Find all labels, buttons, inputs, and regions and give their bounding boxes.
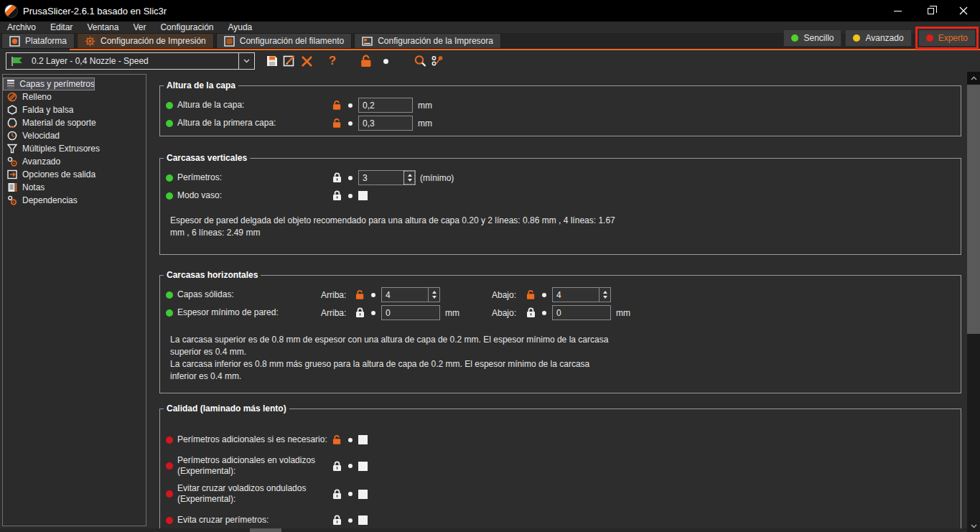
capas-solidas-arriba-input[interactable] [382, 288, 428, 302]
lock-button[interactable] [332, 434, 348, 445]
value-dot-icon [542, 311, 546, 315]
support-icon [7, 118, 17, 128]
spin-up-icon[interactable] [603, 291, 607, 294]
sidebar-item-multiples-extrusores[interactable]: Múltiples Extrusores [3, 142, 146, 155]
value-dot-icon [348, 176, 353, 180]
modo-vaso-checkbox[interactable] [358, 191, 368, 200]
sidebar-item-label: Múltiples Extrusores [22, 144, 100, 154]
spinner-arrows[interactable] [403, 171, 415, 185]
menu-archivo[interactable]: Archivo [0, 22, 43, 33]
capas-solidas-abajo-input[interactable] [553, 288, 599, 302]
espesor-pared-abajo-input[interactable] [552, 305, 611, 320]
sidebar-item-label: Capas y perímetros [19, 79, 95, 89]
section-carcasas-horizontales: Carcasas horizontales Capas sólidas: Arr… [159, 270, 961, 393]
value-dot-icon [348, 194, 353, 198]
capas-solidas-abajo-spinner[interactable] [552, 287, 611, 302]
menu-ayuda[interactable]: Ayuda [220, 22, 259, 33]
sidebar-item-notas[interactable]: Notas [3, 181, 146, 194]
top-field-group: Arriba: [321, 287, 492, 302]
preset-dropdown-button[interactable] [238, 53, 254, 69]
evita-cruzar-perimetros-checkbox[interactable] [358, 515, 368, 525]
lock-button[interactable] [355, 307, 371, 318]
menu-editar[interactable]: Editar [43, 22, 80, 33]
sidebar-item-label: Avanzado [22, 157, 60, 167]
sidebar-item-material-de-soporte[interactable]: Material de soporte [3, 116, 146, 129]
tab-configuracion-de-impresion[interactable]: Configuración de Impresión [77, 33, 214, 49]
mode-avanzado-button[interactable]: Avanzado [845, 29, 911, 47]
menu-ver[interactable]: Ver [126, 22, 153, 33]
sidebar-item-relleno[interactable]: Relleno [3, 90, 146, 103]
lock-button[interactable] [332, 461, 348, 472]
altura-capa-input[interactable] [358, 98, 413, 113]
locked-icon [332, 515, 342, 526]
lock-button[interactable] [332, 118, 348, 129]
spin-up-icon[interactable] [408, 174, 412, 177]
menu-ventana[interactable]: Ventana [80, 22, 126, 33]
save-preset-button[interactable] [263, 52, 281, 70]
espesor-pared-arriba-input[interactable] [381, 305, 440, 320]
mode-sencillo-button[interactable]: Sencillo [783, 29, 841, 47]
scrollbar-thumb[interactable] [250, 528, 281, 532]
spin-down-icon[interactable] [408, 179, 412, 182]
lock-button[interactable] [332, 489, 348, 500]
perimetros-voladizos-checkbox[interactable] [358, 462, 368, 471]
option-row-altura-primera-capa: Altura de la primera capa: mm [166, 114, 961, 132]
help-button[interactable]: ? [324, 52, 341, 70]
tab-configuracion-del-filamento[interactable]: Configuración del filamento [216, 33, 352, 49]
lock-button[interactable] [332, 190, 348, 201]
lock-button[interactable] [526, 289, 542, 300]
altura-primera-capa-input[interactable] [358, 116, 413, 131]
sidebar-item-avanzado[interactable]: Avanzado [3, 155, 146, 168]
option-scope-dot-icon [166, 192, 173, 200]
preset-combobox[interactable]: 0.2 Layer - 0,4 Nozzle - Speed [6, 52, 255, 70]
evitar-cruzar-voladizos-checkbox[interactable] [358, 490, 368, 499]
perimetros-input[interactable] [359, 171, 403, 185]
lock-button[interactable] [332, 172, 348, 183]
perimetros-adicionales-checkbox[interactable] [358, 435, 368, 444]
mode-switcher: Sencillo Avanzado Experto [783, 29, 979, 47]
tab-configuracion-de-la-impresora[interactable]: Configuración de la Impresora [354, 33, 501, 49]
option-label: Modo vaso: [177, 190, 332, 201]
lock-button[interactable] [332, 515, 348, 526]
tab-plataforma[interactable]: Plataforma [1, 33, 75, 49]
value-dot-icon [383, 59, 388, 64]
lock-button[interactable] [526, 307, 542, 318]
scroll-down-button[interactable] [967, 520, 980, 532]
lock-button[interactable] [355, 289, 371, 300]
locked-icon [526, 307, 536, 318]
menu-configuracion[interactable]: Configuración [153, 22, 220, 33]
lock-button[interactable] [332, 100, 348, 111]
vertical-scrollbar[interactable] [967, 72, 980, 532]
lock-toggle-button[interactable] [358, 52, 375, 70]
delete-preset-button[interactable] [298, 52, 315, 70]
sidebar-item-falda-y-balsa[interactable]: Falda y balsa [3, 103, 146, 116]
option-label: Evitar cruzar voladizos ondulados (Exper… [177, 483, 332, 505]
sidebar-item-opciones-de-salida[interactable]: Opciones de salida [3, 168, 146, 181]
shell-thickness-note: La carcasa superior es de 0.8 mm de espe… [170, 334, 961, 383]
value-dot-icon [348, 103, 353, 108]
spin-down-icon[interactable] [432, 296, 437, 299]
maximize-button[interactable] [914, 0, 947, 22]
horizontal-scrollbar[interactable] [0, 528, 967, 532]
spin-down-icon[interactable] [603, 296, 607, 299]
rename-preset-button[interactable] [281, 52, 298, 70]
scroll-up-button[interactable] [967, 72, 980, 84]
close-button[interactable] [947, 0, 980, 22]
sidebar-item-dependencias[interactable]: Dependencias [3, 194, 146, 207]
scrollbar-thumb[interactable] [967, 85, 980, 334]
sidebar-item-label: Falda y balsa [22, 105, 73, 115]
unit-label: mm [616, 308, 630, 318]
section-title: Carcasas horizontales [164, 270, 261, 280]
perimetros-spinner[interactable] [358, 170, 416, 185]
minimize-button[interactable] [881, 0, 914, 22]
compare-presets-button[interactable] [429, 52, 446, 70]
search-button[interactable] [411, 52, 429, 70]
capas-solidas-arriba-spinner[interactable] [381, 287, 440, 302]
sidebar-item-capas-y-perimetros[interactable]: Capas y perímetros [3, 78, 95, 90]
spinner-arrows[interactable] [428, 288, 439, 302]
suffix-label: (mínimo) [420, 173, 454, 183]
sidebar-item-velocidad[interactable]: Velocidad [3, 129, 146, 142]
spin-up-icon[interactable] [432, 291, 437, 294]
spinner-arrows[interactable] [599, 288, 610, 302]
mode-experto-button[interactable]: Experto [918, 29, 976, 47]
